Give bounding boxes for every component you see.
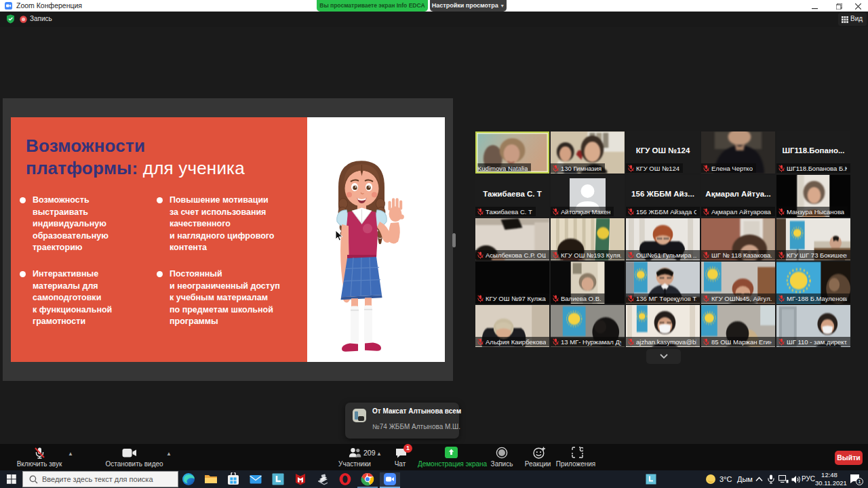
participants-button[interactable]: Участники <box>329 460 380 468</box>
participant-tile[interactable]: МГ-188 Б.Мауленова <box>776 262 850 304</box>
participant-tile[interactable]: Ақмарал Айтуа...Ақмарал Айтуарова ... <box>701 175 775 217</box>
restore-button[interactable] <box>829 0 849 12</box>
reactions-icon[interactable] <box>533 447 546 459</box>
participant-tile[interactable]: КГУ ОШ №124КГУ ОШ №124 <box>626 131 700 174</box>
participants-options-chevron[interactable]: ▲ <box>376 451 382 457</box>
chat-notification-toast[interactable]: От Максат Алтынова всем №74 ЖББМ Алтынов… <box>345 403 459 439</box>
participant-tile[interactable]: Тажибаева С. ТТажибаева С. Т <box>475 175 549 217</box>
mute-button[interactable]: Включить звук <box>7 460 71 468</box>
panel-resize-handle[interactable] <box>452 233 456 247</box>
view-label: Вид <box>850 15 863 22</box>
taskbar-app-fax[interactable] <box>313 472 333 487</box>
audio-options-chevron[interactable]: ▲ <box>68 451 73 457</box>
participant-tile[interactable]: ШГ118.Бопано...ШГ118.Бопанова Б.К. <box>776 131 850 174</box>
mouse-cursor <box>335 230 343 242</box>
participant-name-label: КГУ ОШ №193 Куля... <box>551 250 625 260</box>
microphone-muted-icon <box>477 295 484 302</box>
participant-name-label: Альфия Каирбекова <box>475 337 549 346</box>
microphone-muted-icon <box>477 208 484 216</box>
tray-volume-icon[interactable] <box>791 475 801 484</box>
participant-tile[interactable]: Альфия Каирбекова <box>475 305 549 347</box>
share-screen-icon[interactable] <box>445 447 458 459</box>
participant-name-label: ajzhan.kasymova@bk.... <box>626 337 700 346</box>
microphone-muted-icon <box>778 251 785 259</box>
search-icon <box>29 475 38 484</box>
participant-tile[interactable]: 13 МГ- Нуржамал Ду... <box>551 305 625 347</box>
tray-language-indicator[interactable]: РУС <box>802 475 815 483</box>
participant-tile[interactable]: КГУ ОШ№45, Айгул... <box>701 262 775 304</box>
recording-indicator-icon[interactable] <box>20 16 27 23</box>
taskbar-app-store[interactable] <box>223 472 243 487</box>
participant-tile[interactable]: Kudimova Natalia <box>475 131 549 174</box>
weather-temperature[interactable]: 3°С <box>719 475 732 483</box>
participant-tile[interactable]: КГУ ОШ №97 Кулжа... <box>475 262 549 304</box>
taskbar-search-input[interactable]: Введите здесь текст для поиска <box>22 471 178 487</box>
participant-tile[interactable]: 85 ОШ Маржан Егин... <box>701 305 775 347</box>
presentation-slide: Возможностиплатформы: для ученика Возмож… <box>11 117 445 362</box>
participant-tile[interactable]: КГУ ШГ 73 Бокишеева... <box>776 218 850 260</box>
taskbar-app-mail[interactable] <box>245 472 266 487</box>
participant-name-label: КГУ ОШ №124 <box>626 163 683 173</box>
window-title: Zoom Конференция <box>16 1 82 9</box>
taskbar-app-explorer[interactable] <box>201 472 221 487</box>
microphone-muted-icon <box>553 251 559 259</box>
collapse-gallery-button[interactable] <box>646 349 681 364</box>
participant-tile[interactable]: 156 ЖББМ Айз...156 ЖББМ Айзада С... <box>626 175 700 217</box>
window-titlebar: Zoom Конференция Вы просматриваете экран… <box>0 0 868 12</box>
notification-center-button[interactable]: 1 <box>850 474 865 485</box>
tray-microphone-icon[interactable] <box>768 474 774 484</box>
participant-tile[interactable]: Айтолқын Макен <box>551 175 625 217</box>
minimize-button[interactable] <box>804 0 825 12</box>
participant-name-label: Айтолқын Макен <box>551 207 614 216</box>
windows-logo-icon <box>7 474 16 484</box>
meeting-security-shield-icon[interactable] <box>6 14 15 24</box>
participants-icon[interactable] <box>349 447 361 458</box>
windows-taskbar: Введите здесь текст для поиска <box>0 470 868 488</box>
participant-name-label: 156 ЖББМ Айзада С... <box>626 207 700 216</box>
start-button[interactable] <box>0 470 22 488</box>
close-button[interactable] <box>848 0 868 12</box>
video-camera-icon[interactable] <box>122 448 137 458</box>
participant-tile[interactable]: КГУ ОШ №193 Куля... <box>551 218 625 260</box>
leave-meeting-button[interactable]: Выйти <box>835 451 863 465</box>
apps-icon[interactable] <box>572 447 583 458</box>
participant-name-label: 85 ОШ Маржан Егин... <box>701 337 775 346</box>
tray-network-icon[interactable] <box>778 475 789 483</box>
tray-clock[interactable]: 12:48 30.11.2021 <box>815 471 844 487</box>
participant-name-label: 130 Гимназия <box>551 163 605 173</box>
participant-name-label: КГУ ОШ№45, Айгул... <box>701 293 775 303</box>
taskbar-app-zoom[interactable] <box>380 472 400 487</box>
record-icon[interactable] <box>496 447 508 459</box>
chat-toast-message: №74 ЖББМ Алтынова М.Ш. <box>372 423 460 430</box>
participant-tile[interactable]: Елена Чертко <box>701 131 775 174</box>
taskbar-app-edge[interactable] <box>178 472 199 487</box>
participant-tile[interactable]: 136 МГ Төреқұлов Т... <box>626 262 700 304</box>
slide-bullet-4: Постоянный и неограниченный доступ к уче… <box>170 268 280 328</box>
view-layout-button[interactable]: Вид <box>838 13 867 26</box>
participant-tile[interactable]: Манзура Нысанова <box>776 175 850 217</box>
tray-date: 30.11.2021 <box>815 479 844 487</box>
weather-icon[interactable] <box>705 474 716 485</box>
taskbar-app-chrome[interactable] <box>357 472 378 487</box>
tray-expand-chevron[interactable] <box>755 476 763 482</box>
participant-tile[interactable]: ОШ№61 Гульмира ... <box>626 218 700 260</box>
microphone-muted-icon[interactable] <box>33 447 46 460</box>
participant-display-name: Тажибаева С. Т <box>477 190 547 198</box>
participant-name-label: МГ-188 Б.Мауленова <box>776 293 850 303</box>
participant-tile[interactable]: Асылбекова С.Р. ОШ... <box>475 218 549 260</box>
view-settings-dropdown[interactable]: Настройки просмотра ▼ <box>430 0 507 12</box>
taskbar-app-opera[interactable] <box>335 472 355 487</box>
weather-condition[interactable]: Дым <box>737 475 753 483</box>
participant-tile[interactable]: Валиева О.В. <box>551 262 625 304</box>
participant-tile[interactable]: ajzhan.kasymova@bk.... <box>626 305 700 347</box>
video-options-chevron[interactable]: ▲ <box>166 451 172 457</box>
participant-tile[interactable]: 130 Гимназия <box>551 131 625 174</box>
microphone-muted-icon <box>628 208 634 216</box>
taskbar-app-mcafee[interactable] <box>290 472 311 487</box>
taskbar-app-lightshot[interactable] <box>268 472 288 487</box>
tray-lightshot-icon[interactable] <box>642 472 663 487</box>
apps-button[interactable]: Приложения <box>549 460 603 468</box>
participant-tile[interactable]: ШГ 110 - зам.директ... <box>776 305 850 347</box>
participant-tile[interactable]: ШГ № 118 Казакова... <box>701 218 775 260</box>
stop-video-button[interactable]: Остановить видео <box>91 460 178 468</box>
